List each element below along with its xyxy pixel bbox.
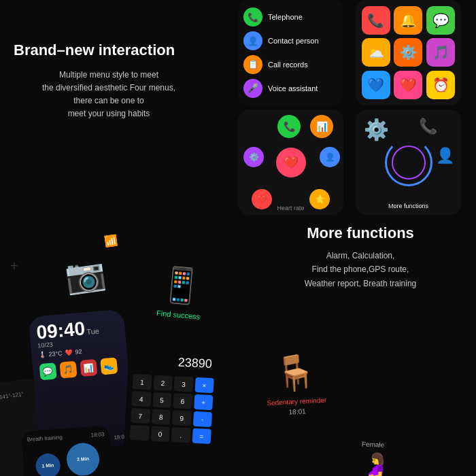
breath-min1: 1 Min xyxy=(41,463,54,469)
calc-btn-8: 8 xyxy=(151,409,171,424)
grid-icon-settings: ⚙️ xyxy=(394,38,422,67)
circle-user-icon: 👤 xyxy=(320,147,340,167)
grid-icon-phone: 📞 xyxy=(362,6,390,35)
breath-circle-2: 2 Min xyxy=(65,442,100,476)
circle-menu-screen: ❤️ 📞 📊 👤 ⚙️ ❤️ ⭐ Heart rate xyxy=(238,109,343,215)
circle-heart-icon: ❤️ xyxy=(252,189,272,209)
watch-app-icons: 💬 🎵 📊 👟 xyxy=(39,357,122,380)
bottom-screens-area: Wen -131°-141°-121° 📷 📶 📱 Find success 0… xyxy=(0,231,476,476)
brand-title: Brand–new interaction xyxy=(14,41,204,61)
circle-star-icon: ⭐ xyxy=(309,189,330,209)
camera-screen: 📷 📶 xyxy=(35,226,135,326)
dial-content: ⚙️ 📞 👤 More functions xyxy=(356,109,461,215)
call-records-icon: 📋 xyxy=(243,55,262,74)
calc-btn-plus: + xyxy=(194,394,214,410)
calc-btn-multiply: × xyxy=(194,377,214,393)
dial-ring xyxy=(385,139,432,186)
telephone-label: Telephone xyxy=(268,13,303,21)
dial-menu-screen: ⚙️ 📞 👤 More functions xyxy=(356,109,461,215)
pregnancy-screen: Female 🤰 Pregnancy period 35 days before… xyxy=(352,433,464,476)
calc-btn-1: 1 xyxy=(133,374,152,390)
calc-btn-7: 7 xyxy=(131,408,150,424)
dial-phone-icon: 📞 xyxy=(419,118,437,135)
watch-day: Tue xyxy=(86,326,100,336)
list-item-telephone: 📞 Telephone xyxy=(243,5,338,29)
whatsapp-icon: 💬 xyxy=(39,362,57,380)
grid-icon-weather: ⛅ xyxy=(362,38,390,67)
calc-btn-3: 3 xyxy=(174,376,194,392)
breath-min2: 2 Min xyxy=(77,456,89,462)
contact-icon: 👤 xyxy=(243,31,262,50)
breath-title: Breath training xyxy=(27,434,63,443)
circle-settings-icon: ⚙️ xyxy=(243,147,264,167)
calc-btn-dot: . xyxy=(171,427,191,443)
calc-grid: 1 2 3 × 4 5 6 + 7 8 9 - 0 . = xyxy=(130,374,214,444)
breath-screen: Breath training 18:03 1 Min 2 Min ▶ xyxy=(21,426,115,476)
temp-value: 23°C xyxy=(48,350,63,358)
calc-btn-2: 2 xyxy=(153,375,173,391)
calc-btn-9: 9 xyxy=(172,410,192,426)
circle-pulse-icon: 📊 xyxy=(310,115,333,138)
list-item-contact: 👤 Contact person xyxy=(243,29,338,52)
find-phone-screen: 📱 Find success xyxy=(132,241,228,344)
dial-gear-icon: ⚙️ xyxy=(364,118,389,141)
grid-icon-heart: 💙 xyxy=(362,71,390,99)
find-label: Find success xyxy=(156,309,201,321)
calc-display: 23890 xyxy=(133,350,215,374)
calculator-screen: 23890 1 2 3 × 4 5 6 + 7 8 9 - 0 . = xyxy=(122,345,221,476)
calc-btn-6: 6 xyxy=(173,393,192,409)
camera-icon: 📷 xyxy=(62,254,107,297)
call-records-label: Call records xyxy=(268,61,308,69)
heart-value: 92 xyxy=(75,348,82,356)
dial-user-icon: 👤 xyxy=(436,147,454,165)
circle-phone-icon: 📞 xyxy=(277,115,301,138)
heart-stat: ❤️ xyxy=(65,349,73,356)
breath-header: Breath training 18:03 xyxy=(27,431,105,443)
music-icon: 🎵 xyxy=(59,361,77,379)
watch-time: 09:40 xyxy=(35,319,86,342)
sedentary-icon: 🪑 xyxy=(273,352,318,393)
steps-icon: 👟 xyxy=(100,357,118,375)
grid-icon-alarm: ⏰ xyxy=(426,71,455,99)
sedentary-screen: 🪑 Sedentary reminder 18:01 xyxy=(249,324,343,445)
calc-btn-5: 5 xyxy=(152,392,172,408)
calc-btn-0: 0 xyxy=(150,426,170,441)
grid-menu-screen: 📞 🔔 💬 ⛅ ⚙️ 🎵 💙 ❤️ ⏰ xyxy=(356,0,461,105)
sedentary-label: Sedentary reminder xyxy=(267,396,326,407)
calc-btn-minus: - xyxy=(192,411,212,427)
dial-inner xyxy=(392,146,426,180)
wifi-signal-icon: 📶 xyxy=(103,233,118,248)
heart-rate-label: Heart rate xyxy=(277,205,304,211)
grid-icon-notification: 🔔 xyxy=(394,6,422,35)
calc-btn-4: 4 xyxy=(131,391,151,407)
camera-content: 📷 xyxy=(35,226,135,326)
list-menu-screen: 📞 Telephone 👤 Contact person 📋 Call reco… xyxy=(238,0,343,105)
telephone-icon: 📞 xyxy=(243,7,262,27)
voice-label: Voice assistant xyxy=(268,84,318,92)
temp-stat: 🌡️ xyxy=(38,351,46,358)
breath-circles: 1 Min 2 Min xyxy=(35,442,101,476)
plus-decoration: + xyxy=(10,258,18,274)
brand-description: Multiple menu style to meet the diversif… xyxy=(14,69,204,121)
find-icon: 📱 xyxy=(158,264,203,307)
list-item-call-records: 📋 Call records xyxy=(243,53,338,76)
breath-circle-1: 1 Min xyxy=(35,453,61,476)
female-label: Female xyxy=(362,441,457,452)
grid-icon-music: 🎵 xyxy=(426,38,455,67)
voice-icon: 🎤 xyxy=(243,79,262,98)
grid-icon-message: 💬 xyxy=(426,6,455,35)
breath-time-display: 18:03 xyxy=(90,431,105,438)
brand-section: Brand–new interaction Multiple menu styl… xyxy=(14,41,204,120)
sedentary-time: 18:01 xyxy=(288,407,306,415)
grid-icon-activity: ❤️ xyxy=(394,71,422,99)
circle-center-icon: ❤️ xyxy=(276,148,306,177)
contact-label: Contact person xyxy=(268,37,319,45)
dial-label: More functions xyxy=(388,203,428,209)
menu-grid-area: 📞 Telephone 👤 Contact person 📋 Call reco… xyxy=(238,0,469,215)
calc-btn-clear xyxy=(130,425,150,441)
calc-btn-equals: = xyxy=(192,428,211,444)
pregnancy-icon: 🤰 xyxy=(360,451,456,476)
list-item-voice: 🎤 Voice assistant xyxy=(243,77,338,100)
activity-icon: 📊 xyxy=(80,359,97,377)
